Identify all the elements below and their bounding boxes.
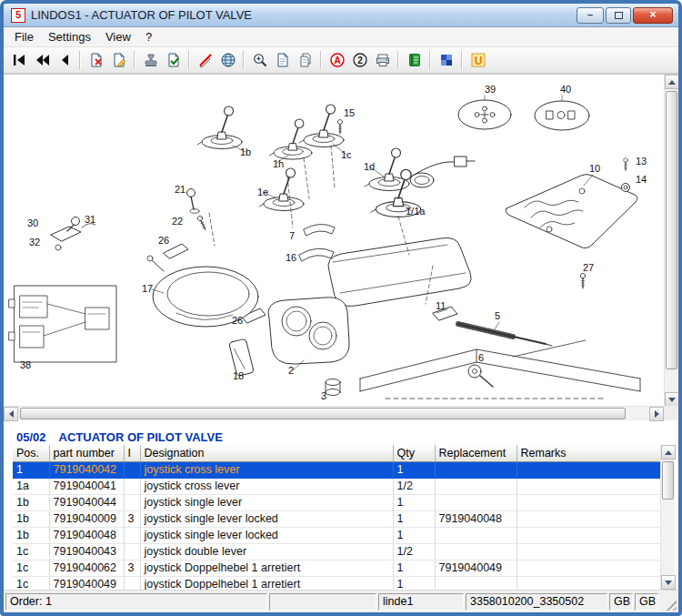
u-marker-button[interactable]: U — [466, 49, 489, 71]
menu-item-help[interactable]: ? — [138, 28, 159, 45]
cell-part_number: 7919040049 — [49, 576, 124, 590]
diagram-label-7: 7 — [289, 230, 295, 241]
page-button[interactable] — [271, 49, 294, 71]
diagram-area: 3940151b1h1c1d211e1/1a221013143031322617… — [4, 74, 678, 420]
mosaic-button[interactable] — [435, 49, 457, 71]
part-row[interactable]: 1b79190400093joystick single lever locke… — [13, 510, 660, 527]
cell-part_number: 7919040048 — [49, 527, 124, 543]
cell-designation: joystick cross lever — [140, 461, 393, 478]
diagram-label-21: 21 — [175, 184, 186, 195]
scroll-up-button[interactable] — [661, 445, 676, 459]
pen-disabled-button[interactable] — [194, 49, 216, 71]
column-header-qty[interactable]: Qty — [393, 445, 435, 461]
parts-title: ACTUATOR OF PILOT VALVE — [59, 430, 223, 444]
diagram-label-38: 38 — [20, 359, 31, 370]
part-row[interactable]: 1c7919040043joystick double lever1/2 — [13, 543, 660, 560]
stamp-icon — [143, 52, 159, 68]
table-vertical-scrollbar[interactable] — [660, 445, 675, 590]
status-session: 3358010200_3350502 — [466, 593, 607, 611]
edit-document-button[interactable] — [107, 49, 130, 71]
annotation-a-button[interactable]: A — [326, 49, 348, 71]
diagram-vertical-scrollbar[interactable] — [664, 75, 678, 407]
column-header-pos[interactable]: Pos. — [13, 445, 49, 461]
status-order: Order: 1 — [5, 593, 267, 611]
close-button[interactable]: × — [633, 7, 673, 24]
pages-button[interactable] — [294, 49, 316, 71]
zoom-in-button[interactable] — [248, 49, 271, 71]
column-header-partnumber[interactable]: part number — [49, 445, 124, 461]
toolbar-separator — [320, 51, 322, 69]
resize-grip[interactable] — [664, 598, 677, 611]
menu-item-file[interactable]: File — [7, 28, 41, 45]
column-header-i[interactable]: I — [124, 445, 140, 461]
diagram-label-16: 16 — [286, 252, 296, 263]
cell-designation: joystick single lever locked — [140, 510, 393, 527]
parts-table-body: 17919040042joystick cross lever11a791904… — [13, 461, 660, 590]
delete-document-button[interactable] — [85, 49, 107, 71]
status-language-left: GB — [609, 593, 633, 611]
stamp-button[interactable] — [139, 49, 162, 71]
menu-item-settings[interactable]: Settings — [41, 28, 98, 45]
globe-button[interactable] — [216, 49, 239, 71]
diagram-viewport[interactable]: 3940151b1h1c1d211e1/1a221013143031322617… — [4, 75, 664, 407]
scroll-right-button[interactable] — [649, 407, 664, 421]
catalog-button[interactable] — [403, 49, 426, 71]
cell-replacement — [435, 478, 517, 494]
cell-qty: 1 — [393, 527, 435, 543]
annotation-2-icon: 2 — [352, 52, 368, 68]
part-row[interactable]: 1c79190400623joystick Doppelhebel 1 arre… — [13, 560, 660, 576]
arrow-down-icon — [665, 581, 672, 585]
scroll-thumb[interactable] — [20, 408, 626, 419]
delete-document-icon — [88, 52, 105, 68]
scroll-thumb[interactable] — [662, 461, 674, 500]
diagram-label-6: 6 — [478, 352, 484, 363]
part-row[interactable]: 1b7919040048joystick single lever locked… — [13, 527, 660, 543]
minimize-button[interactable]: – — [577, 7, 604, 24]
nav-prev-fast-button[interactable] — [30, 49, 53, 71]
mosaic-icon — [438, 52, 455, 68]
column-header-remarks[interactable]: Remarks — [517, 445, 660, 461]
status-bar: Order: 1 linde1 3358010200_3350502 GB GB — [4, 590, 678, 612]
cell-pos: 1c — [13, 576, 49, 590]
pen-disabled-icon — [197, 52, 214, 68]
status-user: linde1 — [378, 593, 464, 611]
diagram-label-15: 15 — [344, 107, 355, 118]
diagram-label-3: 3 — [321, 390, 326, 401]
cell-qty: 1 — [393, 560, 435, 576]
nav-first-button[interactable] — [7, 49, 30, 71]
nav-prev-button[interactable] — [53, 49, 75, 71]
menu-item-view[interactable]: View — [98, 28, 138, 45]
diagram-label-1/1a: 1/1a — [406, 206, 426, 217]
part-row[interactable]: 1a7919040041joystick cross lever1/2 — [13, 478, 660, 494]
nav-prev-fast-icon — [34, 52, 50, 68]
scroll-down-button[interactable] — [661, 575, 676, 590]
check-document-button[interactable] — [162, 49, 185, 71]
scroll-track[interactable] — [18, 407, 649, 420]
column-header-designation[interactable]: Designation — [140, 445, 393, 461]
nav-prev-icon — [56, 52, 73, 68]
column-header-replacement[interactable]: Replacement — [435, 445, 517, 461]
scroll-up-button[interactable] — [665, 75, 679, 89]
page-icon — [275, 52, 291, 68]
cell-pos: 1c — [13, 560, 49, 576]
diagram-label-17: 17 — [142, 283, 153, 294]
scroll-track[interactable] — [661, 459, 675, 575]
diagram-label-1c: 1c — [341, 149, 352, 160]
cell-designation: joystick Doppelhebel 1 arretiert — [140, 576, 393, 590]
scroll-left-button[interactable] — [4, 407, 18, 421]
scroll-thumb[interactable] — [666, 91, 677, 369]
scroll-down-button[interactable] — [665, 392, 679, 407]
part-row[interactable]: 1c7919040049joystick Doppelhebel 1 arret… — [13, 576, 660, 590]
scroll-track[interactable] — [665, 89, 678, 392]
diagram-horizontal-scrollbar[interactable] — [4, 406, 664, 420]
diagram-label-5: 5 — [495, 310, 500, 321]
print-button[interactable] — [371, 49, 394, 71]
cell-i — [124, 576, 140, 590]
part-row[interactable]: 1b7919040044joystick single lever1 — [13, 494, 660, 510]
diagram-label-22: 22 — [172, 216, 183, 227]
part-row[interactable]: 17919040042joystick cross lever1 — [13, 461, 660, 478]
cell-part_number: 7919040044 — [49, 494, 124, 510]
annotation-2-button[interactable]: 2 — [348, 49, 371, 71]
maximize-button[interactable] — [606, 7, 631, 24]
cell-i — [124, 478, 140, 494]
